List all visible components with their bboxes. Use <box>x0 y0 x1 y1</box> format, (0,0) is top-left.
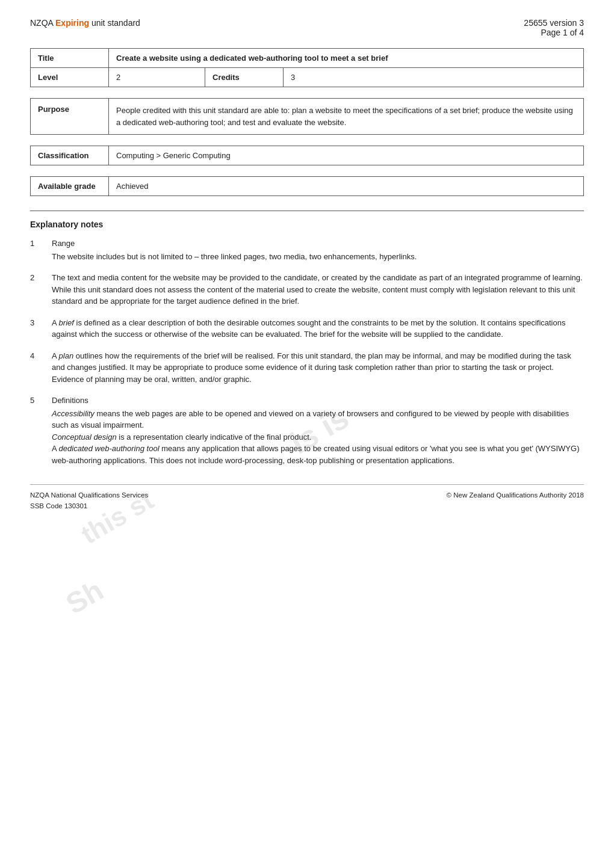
item-number: 2 <box>30 272 52 307</box>
item-number: 4 <box>30 350 52 386</box>
item-body: The website includes but is not limited … <box>52 251 584 263</box>
list-item: 5 Definitions Accessibility means the we… <box>30 395 584 466</box>
item-body: A brief is defined as a clear descriptio… <box>52 317 584 340</box>
level-label: Level <box>31 68 109 87</box>
explanatory-section: Explanatory notes is is this st Sh 1 Ran… <box>30 220 584 466</box>
credits-label: Credits <box>205 68 284 87</box>
list-item: 1 Range The website includes but is not … <box>30 238 584 262</box>
classification-value: Computing > Generic Computing <box>109 146 584 165</box>
title-label: Title <box>31 49 109 68</box>
header-version: 25655 version 3 <box>524 18 584 28</box>
title-value: Create a website using a dedicated web-a… <box>109 49 584 68</box>
purpose-label: Purpose <box>31 99 109 135</box>
header-right: 25655 version 3 Page 1 of 4 <box>524 18 584 37</box>
footer-ssb: SSB Code 130301 <box>30 500 148 511</box>
item-body: A plan outlines how the requirements of … <box>52 350 584 386</box>
item-subtitle: Definitions <box>52 395 584 407</box>
grade-table: Available grade Achieved <box>30 176 584 196</box>
footer-left: NZQA National Qualifications Services SS… <box>30 490 148 512</box>
grade-row: Available grade Achieved <box>31 177 584 196</box>
header-unit: unit standard <box>89 18 140 28</box>
title-row: Title Create a website using a dedicated… <box>31 49 584 68</box>
item-content: Definitions Accessibility means the web … <box>52 395 584 466</box>
item-body: The text and media content for the websi… <box>52 272 584 307</box>
watermark-3: Sh <box>60 573 109 620</box>
section-divider <box>30 211 584 211</box>
item-body: Accessibility means the web pages are ab… <box>52 408 584 467</box>
item-content: The text and media content for the websi… <box>52 272 584 307</box>
purpose-value: People credited with this unit standard … <box>109 99 584 135</box>
header-page: Page 1 of 4 <box>524 28 584 37</box>
item-content: A plan outlines how the requirements of … <box>52 350 584 386</box>
page-header: NZQA Expiring unit standard 25655 versio… <box>30 18 584 37</box>
explanatory-title: Explanatory notes <box>30 220 584 229</box>
item-number: 3 <box>30 317 52 340</box>
footer-copyright: © New Zealand Qualifications Authority 2… <box>447 490 584 500</box>
item-content: A brief is defined as a clear descriptio… <box>52 317 584 340</box>
grade-label: Available grade <box>31 177 109 196</box>
level-row: Level 2 Credits 3 <box>31 68 584 87</box>
classification-label: Classification <box>31 146 109 165</box>
purpose-table: Purpose People credited with this unit s… <box>30 98 584 135</box>
classification-row: Classification Computing > Generic Compu… <box>31 146 584 165</box>
item-number: 5 <box>30 395 52 466</box>
classification-table: Classification Computing > Generic Compu… <box>30 146 584 165</box>
header-left: NZQA Expiring unit standard <box>30 18 140 28</box>
item-subtitle: Range <box>52 238 584 250</box>
item-number: 1 <box>30 238 52 262</box>
footer-right: © New Zealand Qualifications Authority 2… <box>447 490 584 512</box>
header-org: NZQA <box>30 18 55 28</box>
item-content: Range The website includes but is not li… <box>52 238 584 262</box>
page-footer: NZQA National Qualifications Services SS… <box>30 484 584 512</box>
grade-value: Achieved <box>109 177 584 196</box>
list-item: 2 The text and media content for the web… <box>30 272 584 307</box>
list-item: 4 A plan outlines how the requirements o… <box>30 350 584 386</box>
level-value: 2 <box>109 68 205 87</box>
header-expiring: Expiring <box>55 18 89 28</box>
list-item: 3 A brief is defined as a clear descript… <box>30 317 584 340</box>
title-level-table: Title Create a website using a dedicated… <box>30 48 584 87</box>
purpose-row: Purpose People credited with this unit s… <box>31 99 584 135</box>
credits-value: 3 <box>284 68 584 87</box>
footer-org: NZQA National Qualifications Services <box>30 490 148 500</box>
notes-list: 1 Range The website includes but is not … <box>30 238 584 466</box>
